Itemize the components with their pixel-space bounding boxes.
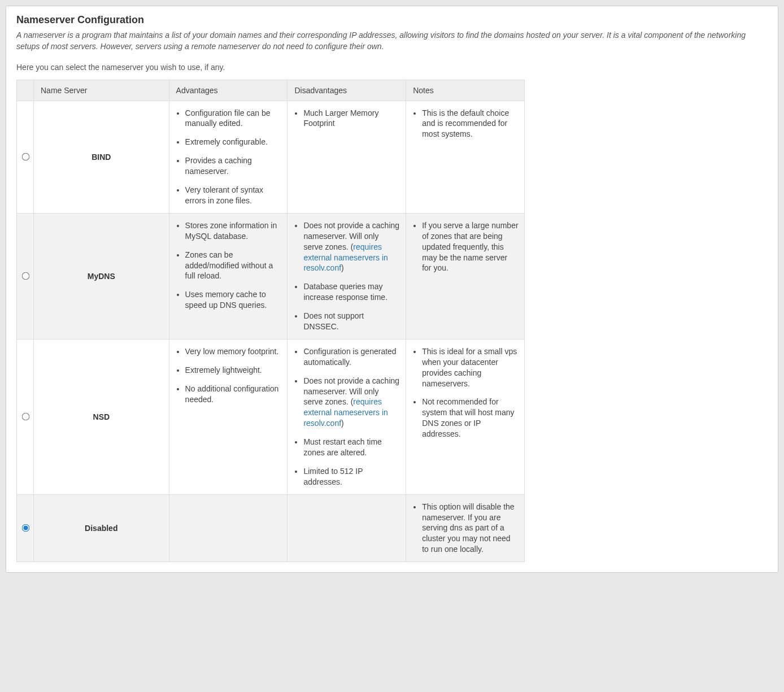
list-item: If you serve a large number of zones tha… [422,220,519,273]
list-item: Limited to 512 IP addresses. [303,466,400,488]
radio-bind[interactable] [22,153,30,161]
disabled-disadvantages-cell [288,494,406,562]
name-mydns: MyDNS [34,213,169,339]
table-row-mydns: MyDNS Stores zone information in MySQL d… [17,213,525,339]
nameserver-config-panel: Nameserver Configuration A nameserver is… [6,6,778,573]
nameserver-table: Name Server Advantages Disadvantages Not… [16,80,525,563]
table-row-disabled: Disabled This option will disable the na… [17,494,525,562]
list-item: Does not provide a caching nameserver. W… [303,220,400,273]
list-item: Configuration file can be manually edite… [185,108,282,129]
list-item: Stores zone information in MySQL databas… [185,220,282,242]
table-row-bind: BIND Configuration file can be manually … [17,101,525,213]
radio-nsd[interactable] [22,413,30,421]
table-row-nsd: NSD Very low memory footprint. Extremely… [17,339,525,494]
list-item: Extremely lightweight. [185,365,282,376]
col-advantages-header: Advantages [169,80,288,101]
bind-notes-list: This is the default choice and is recomm… [408,108,519,140]
bind-advantages-list: Configuration file can be manually edite… [172,108,282,206]
list-item: Provides a caching nameserver. [185,155,282,177]
disabled-notes-list: This option will disable the nameserver.… [408,502,519,555]
list-item: Uses memory cache to speed up DNS querie… [185,289,282,311]
list-item: This is ideal for a small vps when your … [422,346,519,389]
list-item: Does not support DNSSEC. [303,311,400,332]
intro-select-prompt: Here you can select the nameserver you w… [16,63,768,72]
page-title: Nameserver Configuration [16,14,768,26]
text-fragment: ) [341,263,344,272]
bind-disadvantages-list: Much Larger Memory Footprint [290,108,400,129]
list-item: Must restart each time zones are altered… [303,437,400,458]
list-item: Zones can be added/modified without a fu… [185,250,282,282]
col-radio-header [17,80,34,101]
disabled-advantages-cell [169,494,288,562]
text-fragment: Does not provide a caching nameserver. W… [303,221,399,251]
name-disabled: Disabled [34,494,169,562]
nsd-disadvantages-list: Configuration is generated automatically… [290,346,400,488]
text-fragment: ) [341,419,344,428]
nsd-advantages-list: Very low memory footprint. Extremely lig… [172,346,282,405]
intro-description: A nameserver is a program that maintains… [16,29,768,53]
col-name-header: Name Server [34,80,169,101]
nsd-notes-list: This is ideal for a small vps when your … [408,346,519,439]
list-item: Very low memory footprint. [185,346,282,357]
list-item: This option will disable the nameserver.… [422,502,519,555]
list-item: No additional configuration needed. [185,384,282,405]
radio-disabled[interactable] [22,524,30,532]
list-item: Extremely configurable. [185,137,282,147]
list-item: Configuration is generated automatically… [303,346,400,368]
list-item: Much Larger Memory Footprint [303,108,400,129]
list-item: Database queries may increase response t… [303,281,400,303]
list-item: Not recommended for system that will hos… [422,397,519,439]
text-fragment: Does not provide a caching nameserver. W… [303,376,399,407]
list-item: Does not provide a caching nameserver. W… [303,376,400,429]
table-header-row: Name Server Advantages Disadvantages Not… [17,80,525,101]
mydns-disadvantages-list: Does not provide a caching nameserver. W… [290,220,400,332]
name-nsd: NSD [34,339,169,494]
mydns-notes-list: If you serve a large number of zones tha… [408,220,519,273]
mydns-advantages-list: Stores zone information in MySQL databas… [172,220,282,311]
col-disadvantages-header: Disadvantages [288,80,406,101]
list-item: This is the default choice and is recomm… [422,108,519,140]
col-notes-header: Notes [406,80,525,101]
list-item: Very tolerant of syntax errors in zone f… [185,185,282,206]
name-bind: BIND [34,101,169,213]
radio-mydns[interactable] [22,272,30,280]
